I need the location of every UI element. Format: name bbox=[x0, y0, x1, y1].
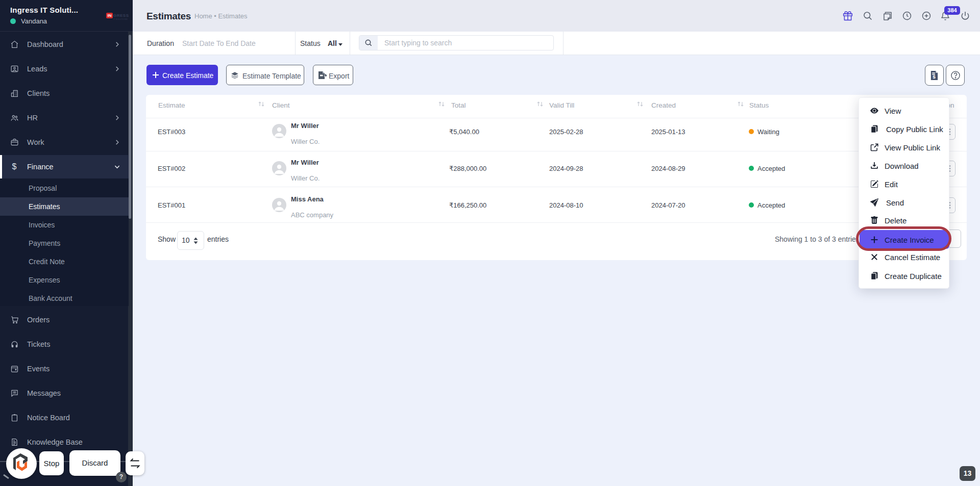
svg-text:$: $ bbox=[933, 74, 936, 80]
